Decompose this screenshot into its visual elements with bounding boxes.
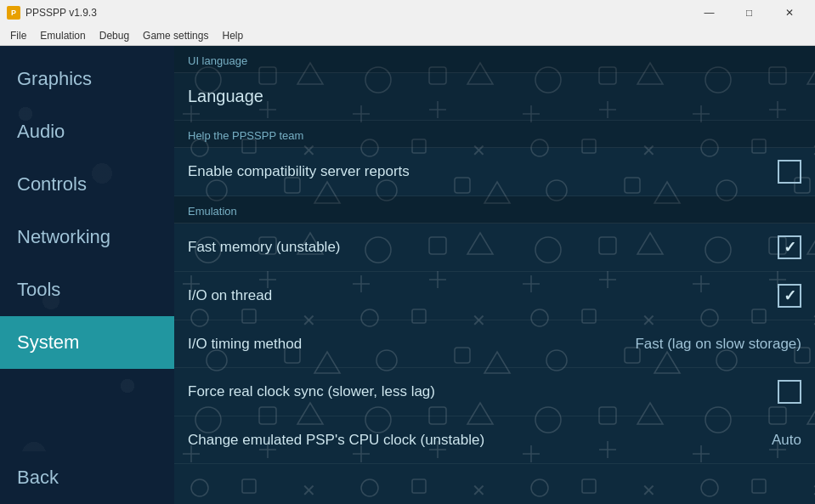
force-real-clock-label: Force real clock sync (slower, less lag) [188,383,778,400]
sidebar: Graphics Audio Controls Networking Tools… [0,46,174,504]
app-icon: P [7,6,20,20]
menu-emulation[interactable]: Emulation [33,28,92,43]
sidebar-item-audio[interactable]: Audio [0,105,174,158]
minimize-button[interactable]: — [690,0,728,25]
settings-panel: UI language Language Help the PPSSPP tea… [174,46,815,504]
main-content: Graphics Audio Controls Networking Tools… [0,46,815,504]
menu-game-settings[interactable]: Game settings [136,28,215,43]
setting-enable-compat[interactable]: Enable compatibility server reports [174,148,815,196]
setting-io-on-thread[interactable]: I/O on thread [174,272,815,320]
cpu-clock-value: Auto [772,432,801,449]
window-title: PPSSPP v1.9.3 [25,7,97,19]
io-on-thread-label: I/O on thread [188,287,778,304]
force-real-clock-checkbox[interactable] [778,380,801,404]
fast-memory-label: Fast memory (unstable) [188,239,778,256]
menu-bar: File Emulation Debug Game settings Help [0,25,815,46]
enable-compat-checkbox[interactable] [778,160,801,184]
sidebar-item-graphics[interactable]: Graphics [0,53,174,105]
setting-cpu-clock[interactable]: Change emulated PSP's CPU clock (unstabl… [174,416,815,464]
section-ui-language: UI language [174,46,815,73]
close-button[interactable]: ✕ [770,0,808,25]
sidebar-item-controls[interactable]: Controls [0,158,174,211]
title-bar-left: P PPSSPP v1.9.3 [7,6,97,20]
setting-fast-memory[interactable]: Fast memory (unstable) [174,224,815,272]
enable-compat-label: Enable compatibility server reports [188,163,778,180]
maximize-button[interactable]: □ [730,0,768,25]
io-timing-label: I/O timing method [188,336,621,353]
setting-io-timing-method[interactable]: I/O timing method Fast (lag on slow stor… [174,320,815,368]
setting-force-real-clock[interactable]: Force real clock sync (slower, less lag) [174,368,815,416]
sidebar-item-system[interactable]: System [0,316,174,369]
menu-file[interactable]: File [3,28,33,43]
section-emulation: Emulation [174,196,815,224]
sidebar-item-networking[interactable]: Networking [0,211,174,263]
menu-help[interactable]: Help [215,28,250,43]
title-bar: P PPSSPP v1.9.3 — □ ✕ [0,0,815,25]
menu-debug[interactable]: Debug [93,28,136,43]
sidebar-back-button[interactable]: Back [0,451,174,504]
language-row[interactable]: Language [174,73,815,121]
sidebar-item-tools[interactable]: Tools [0,263,174,316]
io-on-thread-checkbox[interactable] [778,284,801,308]
sidebar-nav: Graphics Audio Controls Networking Tools… [0,46,174,451]
cpu-clock-label: Change emulated PSP's CPU clock (unstabl… [188,432,758,449]
window-controls: — □ ✕ [690,0,808,25]
fast-memory-checkbox[interactable] [778,235,801,259]
section-help-ppsspp: Help the PPSSPP team [174,121,815,148]
io-timing-value: Fast (lag on slow storage) [635,336,801,353]
language-label: Language [188,87,263,105]
